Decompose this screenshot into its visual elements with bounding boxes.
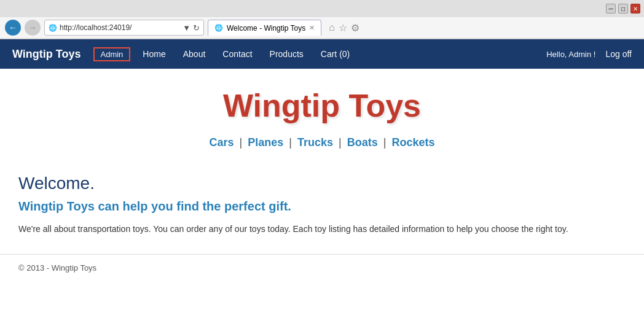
forward-button[interactable]: →: [25, 20, 41, 36]
nav-home[interactable]: Home: [135, 47, 173, 61]
category-planes[interactable]: Planes: [248, 136, 283, 149]
maximize-button[interactable]: □: [618, 4, 628, 14]
sep-4: |: [383, 136, 387, 149]
sep-1: |: [240, 136, 243, 149]
nav-about[interactable]: About: [176, 47, 213, 61]
settings-icon[interactable]: ⚙: [351, 22, 359, 34]
admin-button[interactable]: Admin: [93, 47, 131, 61]
logoff-link[interactable]: Log off: [605, 49, 632, 59]
minimize-button[interactable]: ─: [606, 4, 616, 14]
tab-title: Welcome - Wingtip Toys: [227, 24, 305, 33]
star-icon[interactable]: ☆: [339, 22, 347, 34]
address-bar-row: ← → 🌐 http://localhost:24019/ ▼ ↻ 🌐 Welc…: [0, 17, 644, 39]
hero-title: Wingtip Toys: [0, 69, 644, 130]
address-text: http://localhost:24019/: [60, 23, 180, 32]
footer-text: © 2013 - Wingtip Toys: [18, 263, 96, 272]
site-footer: © 2013 - Wingtip Toys: [0, 254, 644, 281]
site-navbar: Wingtip Toys Admin Home About Contact Pr…: [0, 39, 644, 69]
site-brand[interactable]: Wingtip Toys: [12, 48, 81, 61]
category-links: Cars | Planes | Trucks | Boats | Rockets: [0, 130, 644, 161]
category-cars[interactable]: Cars: [209, 136, 234, 149]
welcome-subheading: Wingtip Toys can help you find the perfe…: [0, 199, 644, 222]
nav-links: Home About Contact Products Cart (0): [135, 47, 546, 61]
home-icon[interactable]: ⌂: [329, 22, 335, 33]
nav-products[interactable]: Products: [262, 47, 311, 61]
title-bar: ─ □ ✕: [0, 0, 644, 17]
nav-cart[interactable]: Cart (0): [313, 47, 357, 61]
nav-contact[interactable]: Contact: [215, 47, 259, 61]
tab-close-button[interactable]: ✕: [309, 24, 315, 32]
hello-label: Hello, Admin !: [546, 50, 595, 59]
category-boats[interactable]: Boats: [347, 136, 378, 149]
category-trucks[interactable]: Trucks: [297, 136, 333, 149]
nav-right: Hello, Admin ! Log off: [546, 49, 632, 59]
refresh-button[interactable]: ↻: [193, 23, 200, 33]
welcome-heading: Welcome.: [0, 161, 644, 199]
welcome-body: We're all about transportation toys. You…: [0, 222, 644, 254]
address-icon: 🌐: [49, 24, 57, 32]
browser-chrome: ─ □ ✕ ← → 🌐 http://localhost:24019/ ▼ ↻ …: [0, 0, 644, 39]
toolbar-icons: ⌂ ☆ ⚙: [329, 22, 359, 34]
search-button[interactable]: ▼: [183, 23, 190, 33]
tab-favicon-icon: 🌐: [214, 24, 223, 32]
close-button[interactable]: ✕: [630, 4, 640, 14]
sep-2: |: [289, 136, 292, 149]
main-content: Wingtip Toys Cars | Planes | Trucks | Bo…: [0, 69, 644, 314]
category-rockets[interactable]: Rockets: [391, 136, 434, 149]
address-box[interactable]: 🌐 http://localhost:24019/ ▼ ↻: [44, 20, 204, 36]
back-button[interactable]: ←: [5, 20, 21, 36]
sep-3: |: [339, 136, 342, 149]
browser-tab[interactable]: 🌐 Welcome - Wingtip Toys ✕: [208, 20, 321, 36]
